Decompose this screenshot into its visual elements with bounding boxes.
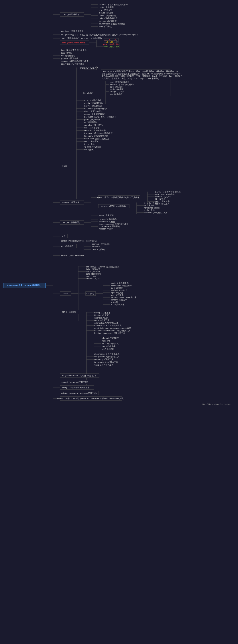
base-tools: tools（工具） [84, 143, 97, 145]
mclinker-label: mclinker（MCLinker链接器） [101, 205, 127, 207]
ml-bordeaux: bordeaux [92, 246, 100, 248]
opt-timezonepicker: timezonepicker // 时区工具 [94, 361, 118, 363]
base-vr: vr（虚拟现实相关） [84, 146, 102, 148]
opt-vcard: vcard // 名片卡片工具 [94, 364, 114, 366]
base-opengl: opengl（2D-3D功能库） [84, 113, 106, 115]
opt-inputmethod: inputmethodcommon // 输入法工具 [94, 332, 125, 334]
native-libs-math: math // 数学库 [111, 294, 123, 296]
keystore-label: keystore（和数据签名证书相关） [61, 60, 90, 62]
base-packages: packages（云端、TTS、VPN服务） [84, 116, 117, 118]
native-libs-ui: ui // ui库 [111, 301, 118, 303]
base-proto: proto（协议框架） [84, 118, 101, 120]
libs-incident: incident（事件驱动机制库） [110, 83, 135, 86]
rs-label: rs（Render Script，可创建3D接口。） [62, 374, 97, 377]
base-test-runner: test-runner（测试工具相关） [84, 138, 110, 140]
native-include: include（头文件） [86, 278, 103, 280]
opt-emoji: emoji // standard message elements 表情 [94, 327, 131, 329]
opt-setupwizard: setupwizard // 开机向导工具 [94, 356, 119, 358]
native-libs-input: input // 输入库 [111, 292, 123, 294]
native-libs-vr: vr（虚拟现实库） [111, 304, 126, 306]
opt-inputconnection: inputconnectioncommon // 输入连接工具 [94, 330, 130, 332]
libs-hwui: hwui（硬件渲染效用） [110, 81, 130, 83]
opt-bluetooth: bluetooth // 蓝牙 [94, 314, 109, 316]
opt-bitmap: bitmap // 二维图图 [94, 312, 111, 314]
bcinfo: bcinfo（获取硬件设备信息库） [155, 191, 183, 193]
native-build: build（编译配置） [86, 268, 102, 270]
graphics-label: graphics（图形相关） [61, 57, 80, 60]
av-services: services（服务部分） [99, 20, 118, 22]
base-wifi: wifi（无线） [84, 148, 95, 151]
opt-telephony: telephony // 通信工具 [94, 358, 113, 360]
libs-desc4: 优化列化、数据批量、表盘（Array、List、Map）、APK 扫描等） [102, 77, 160, 80]
base-nfc: nfc-extras（nfc额外相关） [84, 108, 108, 110]
ex-label: ex（ex文件解析器） [63, 221, 81, 224]
ex-common: common // 其他的 [99, 220, 115, 223]
native-docs: docs（文档） [86, 275, 98, 277]
base-media: media（媒体相关库） [84, 102, 104, 104]
av-soundtrigger: soundtrigger（语音识别唤醒） [99, 22, 126, 25]
libs-usb: usb（USB库） [110, 93, 123, 95]
av-drm: drm（数据保护） [99, 9, 114, 11]
libs-media: media（媒体库） [110, 88, 125, 90]
mclinker-lib: lib（库文件） [144, 204, 156, 206]
av-media: media（多媒体部分） [99, 14, 118, 16]
native-libs-nativewindow: nativewindow // native窗口库 [111, 296, 136, 298]
svg-rect-0 [2, 2, 235, 644]
native-libs-label: libs（库） [86, 292, 95, 295]
base-telecomm: telecomm（Telecomm通信相关） [84, 132, 114, 134]
libs-label: libs（lib库） [83, 92, 94, 94]
blog-url: https://blog.csdn.net/Yui_Hatano [202, 403, 231, 405]
libbcc-label: libbcc（用于Linux性能监视的动态脚本工具的库） [97, 196, 141, 198]
opt-datetimepicker: datetimepicker // 时间选择工具 [94, 324, 122, 326]
base-samples: samples（例子程序） [84, 124, 104, 126]
libs-desc2: 括下拉刷新组件；包含加载更多功能的组件，包括ListView, 超出地载多Scr… [102, 72, 180, 75]
mclinker-templates: templates（模板） [144, 207, 161, 209]
minikin-label: minikin（Android原生字体、连体字效果） [61, 240, 98, 242]
api-desc: api（javatap接口口，修改了接口文件值及时更新此目录下的文件（make … [61, 34, 139, 36]
volley-label: volley（谷歌网络请求的开源库） [62, 386, 91, 388]
av-tools: tools（工具包） [99, 25, 113, 28]
base-native: native（native相关） [84, 105, 103, 107]
wilhelm-label: wilhelm（基于Khronos的OpenSL ES/OpenMAX AL的a… [57, 397, 125, 400]
av-cmds: cmds（命令调用） [99, 6, 116, 8]
base-telephony: telephony（电话通信相关） [84, 135, 109, 137]
ml-label: ml（机器学习） [61, 245, 75, 247]
ml-learning: learning（学习算法） [92, 243, 111, 245]
androidfw: androidfw（fw工具库） [80, 67, 101, 69]
native-libs-diskusage: diskusage // 磁盘监控库 [111, 284, 132, 286]
apct-tests: apct-tests（性能优化测试） [61, 30, 85, 32]
av-label: av（多媒体框架） [64, 13, 80, 16]
opt-chips: chips // 芯片工具 [94, 319, 109, 322]
av-radio: radio（无线接收部分） [99, 17, 119, 19]
libbcc-include: include（头文件） [155, 196, 172, 198]
base-rs: rs（资源框架） [84, 121, 98, 123]
opt-lms: lms // lms [102, 340, 110, 342]
base-tests: tests（组件测试） [84, 140, 101, 142]
opt-label: opt（一些软件） [62, 311, 77, 313]
support-label: support（framework支持文件） [61, 381, 89, 383]
legacy-test-label: legacy-test（安全相关测试） [61, 63, 86, 65]
base-sax: sax（XML解析器） [84, 126, 102, 129]
native-libs-binder: binder // 进程绑定库 [111, 282, 128, 284]
ml-service: service（服务） [92, 248, 106, 250]
base-location: location（地位功能） [84, 99, 103, 102]
opt-net: net // 网络相关工具 [102, 342, 119, 344]
ex-photoviewer: photoviewer // 图片预览 [99, 225, 120, 228]
base-label: base [62, 165, 67, 167]
core-label: core（frameworksKffl代★） [62, 42, 87, 44]
opt-wifi: wifi // 无线网络 [102, 348, 115, 350]
tree-diagram: text { font-family: 'Microsoft YaHei', A… [2, 2, 235, 644]
opt-ethernet: ethernet // 有线网络 [102, 337, 119, 339]
mclinker-tools: tools（工具） [144, 209, 157, 211]
root-label: frameworks目录（Android基础框架） [7, 284, 42, 286]
libbcc-lib: lib（库文件） [155, 198, 167, 200]
mclinker-unittests: unittests（单元测试工具） [144, 212, 168, 214]
gdb-plugin: gdb_plugin（gdb插件） [155, 193, 176, 196]
native-data: data（数据文件） [86, 273, 102, 275]
native-label: native [63, 292, 68, 295]
core-tests: tests（测试工程） [104, 46, 120, 48]
data-label: data（字体和声音等数据文件） [61, 49, 89, 51]
mutidex-label: mutidex（Multi-dex Loader） [61, 254, 87, 256]
page-container: text { font-family: 'Microsoft YaHei', A… [2, 2, 238, 644]
native-libs-hwc2on1: hwc2on1adapter // [111, 289, 127, 291]
